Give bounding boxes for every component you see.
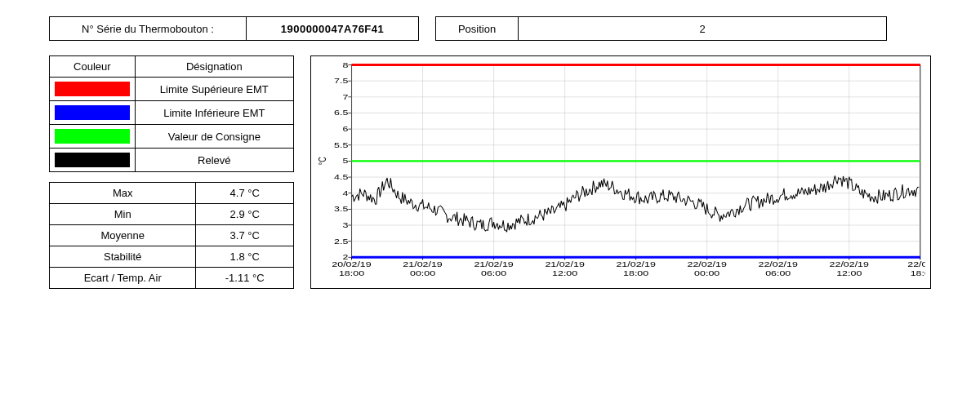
legend-row: Limite Supérieure EMT (50, 78, 294, 101)
stat-value: 4.7 °C (196, 183, 294, 204)
legend-label: Limite Supérieure EMT (135, 78, 293, 101)
svg-text:22/02/19: 22/02/19 (687, 260, 726, 268)
svg-text:18:00: 18:00 (623, 269, 648, 277)
legend-row: Limite Inférieure EMT (50, 101, 294, 125)
svg-text:3: 3 (342, 221, 348, 229)
svg-text:12:00: 12:00 (836, 269, 862, 277)
legend-header-desig: Désignation (135, 56, 293, 78)
stat-label: Ecart / Temp. Air (50, 268, 196, 289)
svg-text:22/02/19: 22/02/19 (759, 260, 798, 268)
swatch-lower (55, 105, 130, 120)
chart-container: 22.533.544.555.566.577.5820/02/1918:0021… (310, 55, 931, 289)
svg-text:20/02/19: 20/02/19 (332, 260, 371, 268)
svg-text:6: 6 (342, 125, 348, 133)
stat-value: 2.9 °C (196, 204, 294, 225)
stat-label: Min (50, 204, 196, 225)
svg-text:21/02/19: 21/02/19 (474, 260, 513, 268)
svg-text:22/02: 22/02 (907, 260, 925, 268)
stat-row: Moyenne 3.7 °C (50, 225, 294, 246)
svg-text:8: 8 (342, 61, 348, 69)
svg-text:4.5: 4.5 (334, 173, 348, 181)
legend-header-color: Couleur (50, 56, 136, 78)
stat-row: Stabilité 1.8 °C (50, 246, 294, 268)
stat-row: Ecart / Temp. Air -1.11 °C (50, 268, 294, 289)
svg-text:12:00: 12:00 (552, 269, 577, 277)
svg-text:5.5: 5.5 (334, 140, 348, 149)
svg-text:00:00: 00:00 (694, 269, 719, 277)
svg-text:6.5: 6.5 (334, 109, 348, 117)
svg-text:06:00: 06:00 (765, 269, 791, 277)
serial-value: 1900000047A76F41 (247, 16, 419, 41)
serial-block: N° Série du Thermobouton : 1900000047A76… (49, 16, 419, 41)
stat-label: Moyenne (50, 225, 196, 246)
stat-label: Max (50, 183, 196, 204)
stat-value: -1.11 °C (196, 268, 294, 289)
position-block: Position 2 (435, 16, 887, 41)
serial-label: N° Série du Thermobouton : (49, 16, 247, 41)
svg-text:06:00: 06:00 (481, 269, 506, 277)
header-row: N° Série du Thermobouton : 1900000047A76… (49, 16, 931, 41)
legend-label: Limite Inférieure EMT (135, 101, 293, 125)
stat-row: Min 2.9 °C (50, 204, 294, 225)
svg-text:2.5: 2.5 (334, 237, 348, 245)
legend-label: Relevé (135, 149, 293, 172)
swatch-setpoint (55, 129, 130, 144)
stat-row: Max 4.7 °C (50, 183, 294, 204)
legend-row: Relevé (50, 149, 294, 172)
swatch-upper (55, 82, 130, 96)
chart-svg: 22.533.544.555.566.577.5820/02/1918:0021… (316, 61, 925, 283)
svg-text:22/02/19: 22/02/19 (830, 260, 869, 268)
legend-table: Couleur Désignation Limite Supérieure EM… (49, 55, 294, 172)
svg-text:5: 5 (342, 157, 348, 165)
legend-row: Valeur de Consigne (50, 125, 294, 149)
svg-text:00:00: 00:00 (410, 269, 435, 277)
svg-text:21/02/19: 21/02/19 (545, 260, 584, 268)
legend-label: Valeur de Consigne (135, 125, 293, 149)
stats-table: Max 4.7 °C Min 2.9 °C Moyenne 3.7 °C Sta… (49, 182, 294, 289)
svg-text:7.5: 7.5 (334, 77, 348, 85)
svg-text:18:00: 18:00 (339, 269, 364, 277)
svg-text:21/02/19: 21/02/19 (616, 260, 655, 268)
stat-value: 3.7 °C (196, 225, 294, 246)
swatch-reading (55, 153, 130, 167)
stat-label: Stabilité (50, 246, 196, 268)
svg-text:4: 4 (342, 188, 348, 197)
svg-text:21/02/19: 21/02/19 (403, 260, 442, 268)
stat-value: 1.8 °C (196, 246, 294, 268)
svg-text:7: 7 (342, 93, 348, 101)
position-value: 2 (519, 16, 887, 41)
svg-text:18:0: 18:0 (911, 269, 925, 277)
svg-text:3.5: 3.5 (334, 205, 348, 213)
position-label: Position (435, 16, 519, 41)
svg-text:°C: °C (317, 157, 328, 165)
